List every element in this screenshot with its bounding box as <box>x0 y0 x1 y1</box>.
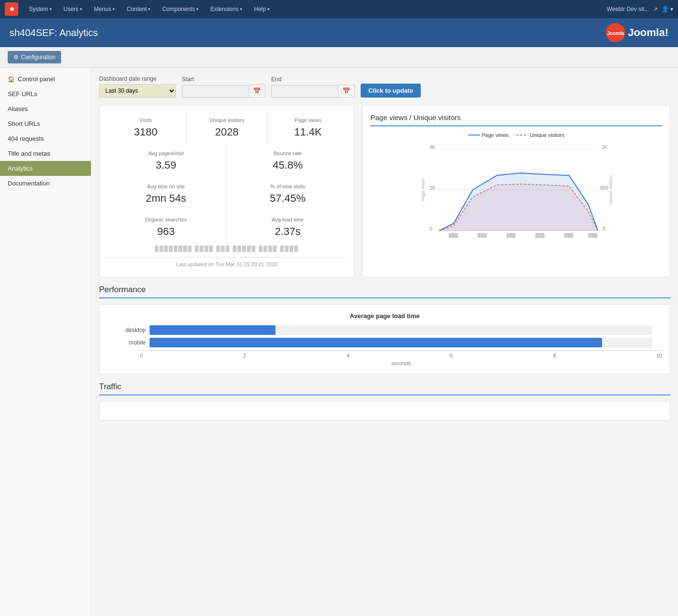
performance-title: Performance <box>99 285 670 298</box>
bar-row-desktop: desktop <box>117 325 653 335</box>
svg-text:500: 500 <box>601 185 609 191</box>
toolbar: ⚙ Configuration <box>0 47 678 68</box>
date-range-label: Dashboard date range <box>99 75 176 82</box>
stats-blurred-row: ████████ ████ ███ █████ ████ ████ <box>105 244 348 253</box>
sidebar-item-control-panel[interactable]: 🏠 Control panel <box>0 72 91 86</box>
svg-text:███: ███ <box>449 233 459 238</box>
svg-text:Unique visitors: Unique visitors <box>609 175 614 204</box>
home-icon: 🏠 <box>8 76 15 83</box>
nav-users[interactable]: Users ▾ <box>59 3 87 15</box>
nav-right-area: Weeblr Dev sit... ↗ 👤 ▾ <box>607 6 673 12</box>
end-calendar-button[interactable]: 📅 <box>339 85 355 98</box>
bar-fill-desktop <box>150 325 276 335</box>
date-range-group: Dashboard date range Last 30 days <box>99 75 176 98</box>
sidebar-item-documentation[interactable]: Documentation <box>0 176 91 191</box>
bar-track-mobile <box>150 338 653 347</box>
end-date-input[interactable] <box>271 85 339 98</box>
bar-label-mobile: mobile <box>117 339 146 346</box>
svg-text:███: ███ <box>507 233 516 238</box>
user-icon[interactable]: 👤 ▾ <box>662 6 673 12</box>
joomla-logo-icon: Joomla <box>606 23 625 42</box>
stat-organic: Organic searches 963 <box>105 211 226 244</box>
bar-fill-mobile <box>150 338 602 347</box>
svg-text:███: ███ <box>536 233 545 238</box>
stats-last-updated: Last updated on Tue Mar 31 15:20:21 2020 <box>105 257 348 271</box>
legend-page-views: Page views <box>468 132 509 138</box>
chart-panel: Page views / Unique visitors Page views … <box>362 105 670 277</box>
sidebar-item-title-metas[interactable]: Title and metas <box>0 146 91 161</box>
end-label: End <box>271 76 355 83</box>
nav-menus[interactable]: Menus ▾ <box>89 3 120 15</box>
nav-system[interactable]: System ▾ <box>24 3 57 15</box>
svg-text:0: 0 <box>430 226 433 232</box>
end-date-group: End 📅 <box>271 76 355 98</box>
traffic-panel <box>99 401 670 420</box>
legend-unique-visitors: Unique visitors <box>516 132 565 138</box>
sidebar-item-sef-urls[interactable]: SEF URLs <box>0 86 91 101</box>
traffic-title: Traffic <box>99 382 670 395</box>
x-axis: 0 2 4 6 8 10 <box>140 350 662 358</box>
svg-text:4K: 4K <box>430 145 436 150</box>
bar-chart: desktop mobile <box>107 325 662 350</box>
stat-avg-time: Avg time on site 2mn 54s <box>105 178 226 210</box>
sidebar: 🏠 Control panel SEF URLs Aliases Short U… <box>0 68 91 616</box>
performance-section-wrapper: Performance Average page load time deskt… <box>99 285 670 374</box>
sidebar-item-aliases[interactable]: Aliases <box>0 101 91 116</box>
legend-unique-visitors-line <box>516 135 528 136</box>
nav-extensions[interactable]: Extensions ▾ <box>205 3 247 15</box>
axis-ticks: 0 2 4 6 8 10 <box>140 353 662 358</box>
bar-track-desktop <box>150 325 653 335</box>
stat-unique-visitors: Unique visitors 2028 <box>187 111 267 144</box>
chart-svg-wrapper: 4K 2K 0 1K 500 0 Page views Unique visit… <box>370 142 662 239</box>
x-axis-label: seconds <box>140 360 662 366</box>
update-button[interactable]: Click to update <box>361 84 421 98</box>
legend-page-views-line <box>468 135 480 136</box>
page-title: sh404SEF: Analytics <box>10 27 98 38</box>
stat-new-visits: % of new visits 57.45% <box>227 178 348 210</box>
svg-text:Joomla: Joomla <box>607 31 624 36</box>
gear-icon: ⚙ <box>13 54 19 61</box>
nav-help[interactable]: Help ▾ <box>249 3 275 15</box>
main-layout: 🏠 Control panel SEF URLs Aliases Short U… <box>0 68 678 616</box>
content-area: Dashboard date range Last 30 days Start … <box>91 68 678 616</box>
start-date-input-group: 📅 <box>182 85 265 98</box>
svg-text:0: 0 <box>603 226 606 232</box>
svg-text:1K: 1K <box>602 145 608 150</box>
external-link-icon: ↗ <box>653 6 658 12</box>
joomla-logo: Joomla Joomla! <box>606 23 668 42</box>
svg-text:███: ███ <box>589 233 598 238</box>
bar-label-desktop: desktop <box>117 327 146 333</box>
svg-text:2K: 2K <box>430 185 436 191</box>
stat-visits: Visits 3180 <box>105 111 186 144</box>
stats-chart-row: Visits 3180 Unique visitors 2028 Page vi… <box>99 105 670 277</box>
stat-avg-pages: Avg pages/visit 3.59 <box>105 145 226 177</box>
joomla-small-logo: ✱ <box>5 2 18 16</box>
sidebar-item-analytics[interactable]: Analytics <box>0 161 91 176</box>
sidebar-item-404-requests[interactable]: 404 requests <box>0 131 91 146</box>
stat-bounce-rate: Bounce rate 45.8% <box>227 145 348 177</box>
date-range-select[interactable]: Last 30 days <box>99 84 176 98</box>
traffic-section-wrapper: Traffic <box>99 382 670 420</box>
stat-avg-load: Avg load time 2.37s <box>227 211 348 244</box>
configuration-button[interactable]: ⚙ Configuration <box>8 51 61 63</box>
sidebar-item-short-urls[interactable]: Short URLs <box>0 116 91 131</box>
site-name: Weeblr Dev sit... <box>607 6 649 12</box>
chart-legend: Page views Unique visitors <box>370 132 662 138</box>
bar-row-mobile: mobile <box>117 338 653 347</box>
nav-components[interactable]: Components ▾ <box>157 3 203 15</box>
nav-content[interactable]: Content ▾ <box>122 3 155 15</box>
bar-chart-title: Average page load time <box>107 312 662 320</box>
dashboard-controls: Dashboard date range Last 30 days Start … <box>99 75 670 98</box>
performance-panel: Average page load time desktop mobile <box>99 304 670 374</box>
chart-title: Page views / Unique visitors <box>370 113 662 126</box>
end-date-input-group: 📅 <box>271 85 355 98</box>
header-bar: sh404SEF: Analytics Joomla Joomla! <box>0 18 678 47</box>
svg-text:███: ███ <box>478 233 488 238</box>
start-calendar-button[interactable]: 📅 <box>249 85 265 98</box>
start-label: Start <box>182 76 265 83</box>
stat-page-views: Page views 11.4K <box>268 111 349 144</box>
svg-text:███: ███ <box>565 233 574 238</box>
stats-panel: Visits 3180 Unique visitors 2028 Page vi… <box>99 105 354 277</box>
start-date-group: Start 📅 <box>182 76 265 98</box>
start-date-input[interactable] <box>182 85 249 98</box>
